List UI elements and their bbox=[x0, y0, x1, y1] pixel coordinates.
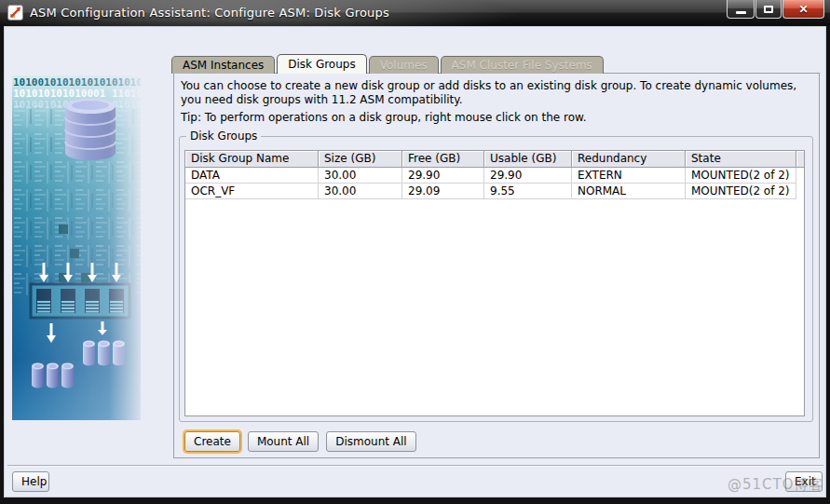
disk-groups-tab-panel: You can choose to create a new disk grou… bbox=[173, 73, 820, 458]
maximize-button[interactable] bbox=[755, 0, 782, 19]
close-button[interactable]: ✕ bbox=[782, 0, 824, 19]
cell-state[interactable]: MOUNTED(2 of 2) bbox=[686, 184, 796, 199]
tab-volumes: Volumes bbox=[369, 56, 439, 74]
groupbox-title: Disk Groups bbox=[186, 129, 261, 143]
column-header-disk-group-name[interactable]: Disk Group Name bbox=[185, 151, 319, 167]
column-header-free[interactable]: Free (GB) bbox=[402, 151, 484, 167]
mount-all-button[interactable]: Mount All bbox=[248, 431, 319, 452]
table-row-ocr-vf[interactable]: OCR_VF 30.00 29.09 9.55 NORMAL MOUNTED(2… bbox=[185, 184, 804, 199]
disk-groups-table[interactable]: Disk Group Name Size (GB) Free (GB) Usab… bbox=[184, 150, 805, 416]
cell-redundancy[interactable]: NORMAL bbox=[572, 184, 686, 199]
dismount-all-button[interactable]: Dismount All bbox=[326, 431, 415, 452]
tab-bar: ASM Instances Disk Groups Volumes ASM Cl… bbox=[171, 55, 605, 74]
cell-free[interactable]: 29.90 bbox=[402, 168, 484, 184]
tab-disk-groups[interactable]: Disk Groups bbox=[277, 54, 366, 74]
column-header-redundancy[interactable]: Redundancy bbox=[572, 151, 686, 167]
app-icon bbox=[7, 5, 23, 20]
cell-usable[interactable]: 29.90 bbox=[484, 168, 572, 184]
maximize-icon bbox=[764, 6, 773, 13]
tip-text: Tip: To perform operations on a disk gro… bbox=[181, 111, 812, 124]
tab-asm-instances[interactable]: ASM Instances bbox=[171, 56, 275, 74]
cell-size[interactable]: 30.00 bbox=[319, 184, 402, 199]
table-row-data[interactable]: DATA 30.00 29.90 29.90 EXTERN MOUNTED(2 … bbox=[185, 168, 804, 184]
create-button[interactable]: Create bbox=[184, 431, 240, 452]
cell-size[interactable]: 30.00 bbox=[319, 168, 402, 184]
minimize-button[interactable] bbox=[727, 0, 755, 19]
cell-disk-group-name[interactable]: OCR_VF bbox=[185, 184, 319, 199]
asmca-window: ASM Configuration Assistant: Configure A… bbox=[0, 0, 830, 504]
cell-free[interactable]: 29.09 bbox=[402, 184, 484, 199]
cell-state[interactable]: MOUNTED(2 of 2) bbox=[686, 168, 796, 184]
tab-asm-cluster-file-systems: ASM Cluster File Systems bbox=[441, 56, 604, 74]
cell-usable[interactable]: 9.55 bbox=[484, 184, 572, 199]
column-header-size[interactable]: Size (GB) bbox=[319, 151, 402, 167]
table-action-buttons: Create Mount All Dismount All bbox=[184, 431, 416, 452]
window-controls: ✕ bbox=[726, 0, 824, 19]
column-header-usable[interactable]: Usable (GB) bbox=[484, 151, 572, 167]
window-title: ASM Configuration Assistant: Configure A… bbox=[30, 6, 389, 20]
column-header-state[interactable]: State bbox=[686, 151, 796, 167]
description-text: You can choose to create a new disk grou… bbox=[181, 79, 812, 107]
cell-redundancy[interactable]: EXTERN bbox=[572, 168, 686, 184]
disk-groups-groupbox: Disk Groups Disk Group Name Size (GB) Fr… bbox=[179, 129, 813, 422]
column-header-filler bbox=[796, 151, 804, 167]
minimize-icon bbox=[736, 11, 746, 14]
bottom-separator bbox=[7, 465, 823, 467]
window-content: 101001010101010101010 101010101010001 11… bbox=[4, 26, 826, 497]
cell-disk-group-name[interactable]: DATA bbox=[185, 168, 319, 184]
close-icon: ✕ bbox=[798, 3, 808, 16]
titlebar[interactable]: ASM Configuration Assistant: Configure A… bbox=[0, 0, 830, 26]
exit-button[interactable]: Exit bbox=[785, 471, 823, 492]
table-header-row: Disk Group Name Size (GB) Free (GB) Usab… bbox=[185, 151, 804, 168]
help-button[interactable]: Help bbox=[12, 471, 49, 492]
sidebar-graphic: 101001010101010101010 101010101010001 11… bbox=[12, 75, 141, 420]
